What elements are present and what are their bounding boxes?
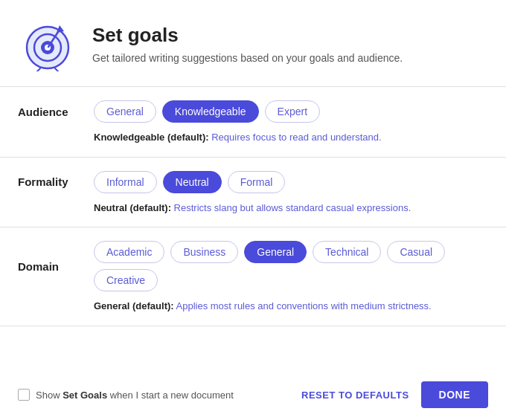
- reset-defaults-button[interactable]: RESET TO DEFAULTS: [301, 390, 409, 401]
- formality-label: Formality: [18, 175, 85, 188]
- domain-desc-text: Applies most rules and conventions with …: [174, 300, 432, 311]
- domain-academic-button[interactable]: Academic: [94, 241, 164, 263]
- formality-neutral-button[interactable]: Neutral: [163, 171, 222, 193]
- formality-desc-text: Restricts slang but allows standard casu…: [171, 202, 411, 213]
- domain-desc-bold: General (default):: [94, 300, 174, 311]
- formality-btn-group: Informal Neutral Formal: [94, 171, 285, 193]
- domain-casual-button[interactable]: Casual: [387, 241, 445, 263]
- audience-btn-group: General Knowledgeable Expert: [94, 100, 320, 123]
- audience-knowledgeable-button[interactable]: Knowledgeable: [162, 100, 259, 123]
- footer: Show Set Goals when I start a new docume…: [0, 369, 506, 420]
- audience-row: Audience General Knowledgeable Expert: [18, 100, 488, 123]
- formality-formal-button[interactable]: Formal: [228, 171, 286, 193]
- svg-line-8: [55, 68, 60, 71]
- footer-checkbox-label: Show Set Goals when I start a new docume…: [36, 390, 234, 401]
- domain-label: Domain: [18, 260, 85, 273]
- domain-general-button[interactable]: General: [244, 241, 307, 263]
- domain-btn-group: Academic Business General Technical Casu…: [94, 241, 488, 291]
- modal-container: Set goals Get tailored writing suggestio…: [0, 0, 506, 420]
- audience-section: Audience General Knowledgeable Expert Kn…: [0, 87, 506, 158]
- footer-right: RESET TO DEFAULTS DONE: [301, 381, 488, 408]
- footer-label-suffix: when I start a new document: [107, 390, 234, 401]
- audience-expert-button[interactable]: Expert: [265, 100, 320, 123]
- set-goals-icon: [18, 15, 77, 74]
- formality-section: Formality Informal Neutral Formal Neutra…: [0, 158, 506, 228]
- page-subtitle: Get tailored writing suggestions based o…: [92, 51, 403, 66]
- footer-left: Show Set Goals when I start a new docume…: [18, 389, 234, 401]
- formality-informal-button[interactable]: Informal: [94, 171, 157, 193]
- formality-row: Formality Informal Neutral Formal: [18, 171, 488, 193]
- audience-desc: Knowledgeable (default): Requires focus …: [94, 130, 488, 145]
- footer-label-bold: Set Goals: [63, 390, 107, 401]
- domain-row: Domain Academic Business General Technic…: [18, 241, 488, 291]
- domain-desc: General (default): Applies most rules an…: [94, 299, 488, 314]
- audience-label: Audience: [18, 106, 85, 118]
- audience-desc-bold: Knowledgeable (default):: [94, 132, 209, 143]
- domain-creative-button[interactable]: Creative: [94, 269, 158, 291]
- show-set-goals-checkbox[interactable]: [18, 389, 30, 401]
- header-text: Set goals Get tailored writing suggestio…: [92, 24, 403, 66]
- audience-desc-text: Requires focus to read and understand.: [209, 132, 382, 143]
- audience-general-button[interactable]: General: [94, 100, 156, 123]
- page-title: Set goals: [92, 24, 403, 47]
- svg-line-7: [36, 68, 40, 71]
- footer-label-plain: Show: [36, 390, 63, 401]
- header: Set goals Get tailored writing suggestio…: [0, 0, 506, 87]
- domain-section: Domain Academic Business General Technic…: [0, 227, 506, 326]
- domain-technical-button[interactable]: Technical: [313, 241, 381, 263]
- formality-desc-bold: Neutral (default):: [94, 202, 171, 213]
- done-button[interactable]: DONE: [421, 381, 488, 408]
- domain-business-button[interactable]: Business: [170, 241, 238, 263]
- formality-desc: Neutral (default): Restricts slang but a…: [94, 201, 488, 216]
